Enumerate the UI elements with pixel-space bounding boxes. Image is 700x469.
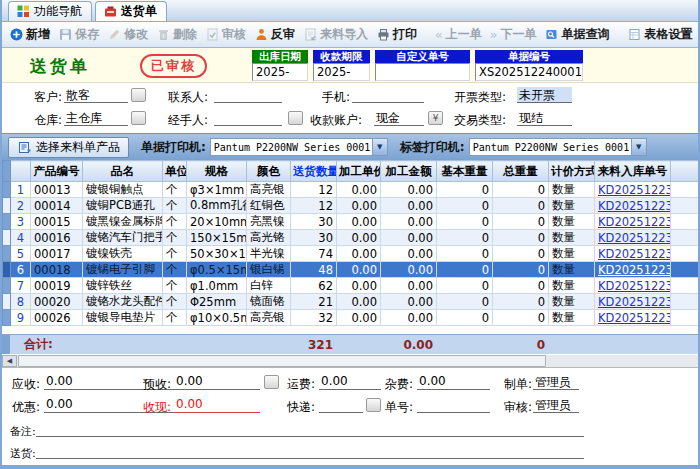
- column-header[interactable]: 基本重量: [437, 161, 493, 182]
- table-settings-button[interactable]: 表格设置: [624, 24, 697, 45]
- tracking-no-input[interactable]: [417, 397, 490, 413]
- material-inbound-link[interactable]: KD202512230001: [595, 214, 671, 230]
- invoice-type-input[interactable]: 未开票: [517, 87, 572, 103]
- doc-printer-select[interactable]: Pantum P2200NW Series 0001 ▼: [210, 138, 388, 156]
- doc-no-value[interactable]: XS202512240001: [475, 63, 583, 81]
- column-header[interactable]: 品名: [83, 161, 163, 182]
- cash-received-input[interactable]: 0.00: [174, 397, 260, 413]
- cell: 0: [493, 214, 549, 230]
- column-header[interactable]: 颜色: [247, 161, 291, 182]
- column-header[interactable]: 来料入库单号: [595, 161, 671, 182]
- scroll-thumb[interactable]: [18, 355, 546, 367]
- mobile-input[interactable]: [352, 87, 424, 103]
- column-header[interactable]: 规格: [187, 161, 247, 182]
- column-header[interactable]: 总重量: [493, 161, 549, 182]
- contact-input[interactable]: [214, 87, 282, 103]
- material-inbound-link[interactable]: KD202512230001: [595, 182, 671, 198]
- material-inbound-link[interactable]: KD202512230001: [595, 262, 671, 278]
- trade-type-input[interactable]: 现结: [517, 110, 572, 126]
- discount-label: 优惠:: [12, 399, 40, 416]
- cell: 21: [291, 294, 337, 310]
- column-header[interactable]: 加工金额: [381, 161, 437, 182]
- filler-cell: [671, 246, 699, 262]
- cell: 数量: [549, 198, 595, 214]
- table-row[interactable]: 200014镀铜PCB通孔个0.8mm孔径红铜色120.000.0000数量KD…: [3, 198, 699, 214]
- column-header[interactable]: 单位: [163, 161, 187, 182]
- material-inbound-link[interactable]: KD202512230001: [595, 230, 671, 246]
- unaudit-button[interactable]: 反审: [250, 24, 299, 45]
- table-row[interactable]: 500017镀镍铁壳个50×30×10mm半光镍740.000.0000数量KD…: [3, 246, 699, 262]
- payment-deadline-value[interactable]: 2025-12-24: [313, 63, 370, 81]
- tracking-checkbox[interactable]: [366, 398, 381, 412]
- select-material-products-button[interactable]: 选择来料单产品: [8, 137, 129, 158]
- chevron-down-icon[interactable]: ▼: [631, 139, 646, 155]
- new-button[interactable]: 新增: [5, 24, 54, 45]
- next-doc-button[interactable]: » 下一单: [486, 24, 541, 45]
- edit-button[interactable]: 修改: [103, 24, 152, 45]
- handler-input[interactable]: [214, 110, 282, 126]
- trade-type-label: 交易类型:: [454, 112, 506, 129]
- label-printer-select[interactable]: Pantum P2200NW Series 0001 ▼: [469, 138, 647, 156]
- row-number: 2: [11, 198, 31, 214]
- freight-input[interactable]: 0.00: [319, 374, 381, 390]
- material-inbound-link[interactable]: KD202512230001: [595, 198, 671, 214]
- scroll-left-button[interactable]: ◀: [2, 355, 17, 367]
- printer-bar: 选择来料单产品 单据打印机: Pantum P2200NW Series 000…: [2, 133, 698, 160]
- cell: 数量: [549, 278, 595, 294]
- customer-input[interactable]: 散客: [64, 87, 128, 103]
- cell: 0.00: [337, 262, 381, 278]
- cell: 0.00: [381, 246, 437, 262]
- print-button[interactable]: 打印: [372, 24, 421, 45]
- tab-bar: 功能导航 送货单: [0, 0, 700, 22]
- chevron-down-icon[interactable]: ▼: [372, 139, 387, 155]
- save-button[interactable]: 保存: [54, 24, 103, 45]
- cell: 0: [493, 294, 549, 310]
- material-inbound-link[interactable]: KD202512230001: [595, 310, 671, 326]
- account-input[interactable]: 现金: [374, 110, 424, 126]
- doc-query-button[interactable]: 单据查询: [541, 24, 614, 45]
- handler-lookup-button[interactable]: [288, 111, 303, 125]
- column-header[interactable]: 产品编号: [31, 161, 83, 182]
- help-button[interactable]: ? 帮助: [697, 24, 700, 45]
- table-row[interactable]: 700019镀锌铁丝个φ1.0mm白锌620.000.0000数量KD20251…: [3, 278, 699, 294]
- column-header[interactable]: 加工单价: [337, 161, 381, 182]
- table-row[interactable]: 800020镀铬水龙头配件个Φ25mm镜面铬210.000.0000数量KD20…: [3, 294, 699, 310]
- material-import-button[interactable]: 来料导入: [299, 24, 372, 45]
- table-row[interactable]: 900026镀银导电垫片个φ10×0.5mm高亮银320.000.0000数量K…: [3, 310, 699, 326]
- warehouse-lookup-button[interactable]: [131, 111, 146, 125]
- next-doc-button-label: 下一单: [501, 26, 537, 43]
- prev-doc-button[interactable]: « 上一单: [431, 24, 486, 45]
- filler-cell: [671, 182, 699, 198]
- row-indicator: [3, 246, 11, 262]
- save-button-label: 保存: [75, 26, 99, 43]
- outbound-date-value[interactable]: 2025-12-24: [252, 63, 308, 81]
- warehouse-input[interactable]: 主仓库: [64, 110, 128, 126]
- column-header[interactable]: 送货数量: [291, 161, 337, 182]
- material-inbound-link[interactable]: KD202512230001: [595, 294, 671, 310]
- material-inbound-link[interactable]: KD202512230001: [595, 278, 671, 294]
- audit-button[interactable]: 审核: [201, 24, 250, 45]
- table-row[interactable]: 400016镀铬汽车门把手个150×15mm高光铬300.000.0000数量K…: [3, 230, 699, 246]
- tab-function-nav[interactable]: 功能导航: [8, 1, 92, 21]
- table-row[interactable]: 100013镀银铜触点个φ3×1mm高亮银120.000.0000数量KD202…: [3, 182, 699, 198]
- cell: 0.00: [337, 198, 381, 214]
- tab-delivery-note[interactable]: 送货单: [95, 1, 167, 21]
- row-number: 5: [11, 246, 31, 262]
- custom-no-value[interactable]: [375, 63, 470, 81]
- cell: 0: [493, 198, 549, 214]
- delete-button[interactable]: 删除: [152, 24, 201, 45]
- currency-button[interactable]: ¥: [428, 111, 443, 125]
- table-row[interactable]: 600018镀锡电子引脚个φ0.5×15mm银白锡480.000.0000数量K…: [3, 262, 699, 278]
- prepaid-input[interactable]: 0.00: [174, 374, 260, 390]
- horizontal-scrollbar[interactable]: ◀: [2, 354, 698, 367]
- column-header[interactable]: 计价方式: [549, 161, 595, 182]
- cell: 镀银导电垫片: [83, 310, 163, 326]
- express-input[interactable]: [319, 397, 363, 413]
- misc-fee-input[interactable]: 0.00: [417, 374, 490, 390]
- table-row[interactable]: 300015镀黑镍金属标牌个20×10mm亮黑镍300.000.0000数量KD…: [3, 214, 699, 230]
- remark-input[interactable]: [36, 421, 584, 437]
- delivery-input[interactable]: [36, 443, 584, 459]
- material-inbound-link[interactable]: KD202512230001: [595, 246, 671, 262]
- prepaid-button[interactable]: [264, 375, 279, 389]
- customer-lookup-button[interactable]: [131, 88, 146, 102]
